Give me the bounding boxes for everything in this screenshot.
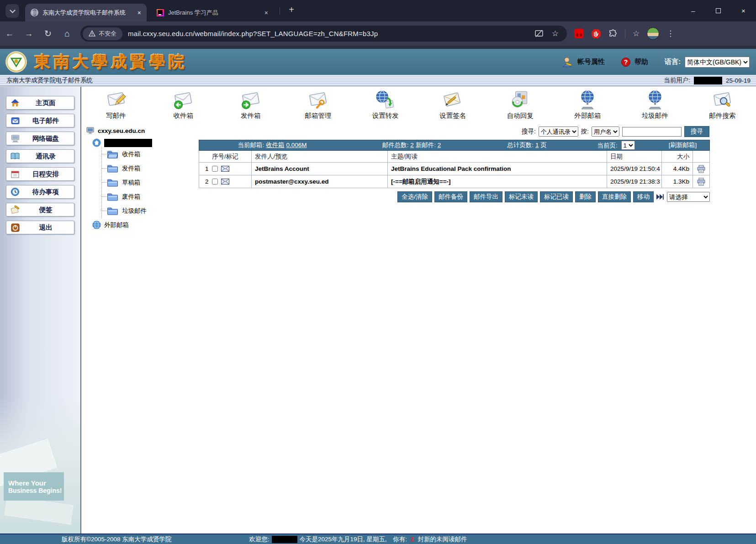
search-button[interactable]: 搜寻 (684, 126, 709, 137)
folder-open-icon (107, 150, 118, 158)
mark-unread-button[interactable]: 标记未读 (505, 191, 538, 202)
new-count-link[interactable]: 2 (438, 142, 441, 148)
stop-hand-extension-icon[interactable] (591, 29, 601, 39)
bookmarks-sparkle-icon[interactable]: ☆ (633, 29, 640, 38)
backup-button[interactable]: 邮件备份 (434, 191, 467, 202)
browser-menu-icon[interactable]: ⋮ (666, 29, 674, 38)
toolbar-outbox[interactable]: 发件箱 (217, 89, 285, 120)
close-window-button[interactable]: × (731, 7, 756, 15)
col-subject[interactable]: 主题/阅读 (388, 151, 607, 163)
main-content: 写邮件 收件箱 发件箱 邮箱管理 设置转发 设置签名 自动回复 外部邮箱 (82, 87, 756, 533)
unread-envelope-icon (221, 166, 229, 172)
folder-junk[interactable]: 垃圾邮件 (102, 204, 202, 218)
today-message: 今天是2025年九月19日, 星期五, 你有: (300, 535, 407, 544)
screen-share-off-icon[interactable] (534, 30, 544, 38)
close-icon[interactable]: × (137, 9, 141, 16)
mark-read-button[interactable]: 标记已读 (540, 191, 573, 202)
mail-list-header: 序号/标记 发件人/预览 主题/阅读 日期 大小 (199, 151, 710, 163)
row-checkbox[interactable] (212, 179, 218, 185)
mailbox-size-link[interactable]: 0.006M (286, 142, 307, 148)
refresh-mailbox-link[interactable]: [刷新邮箱] (669, 142, 697, 148)
print-icon[interactable] (697, 165, 706, 173)
toolbar-autoreply[interactable]: 自动回复 (486, 89, 554, 120)
account-properties-link[interactable]: 帐号属性 (577, 58, 605, 66)
toolbar-inbox[interactable]: 收件箱 (150, 89, 217, 120)
toolbar-mailbox-manage[interactable]: 邮箱管理 (285, 89, 352, 120)
sidebar-item-netdisk[interactable]: 网络磁盘 (6, 132, 74, 145)
sidebar-item-notes[interactable]: 便签 (6, 203, 74, 217)
mail-subject[interactable]: JetBrains Educational Pack confirmation (388, 163, 607, 175)
toolbar-label: 写邮件 (106, 111, 126, 120)
help-link[interactable]: 帮助 (634, 58, 648, 66)
profile-avatar[interactable] (647, 27, 659, 40)
extensions-puzzle-icon[interactable] (608, 29, 618, 38)
security-chip[interactable]: 不安全 (83, 27, 122, 40)
col-date[interactable]: 日期 (607, 151, 662, 163)
divider (625, 29, 625, 38)
redacted-username (694, 77, 722, 85)
export-button[interactable]: 邮件导出 (470, 191, 502, 202)
sidebar-item-schedule[interactable]: 日程安排 (6, 167, 74, 181)
tree-server[interactable]: cxxy.seu.edu.cn (86, 127, 202, 135)
mail-row: 1 JetBrains Account JetBrains Educationa… (199, 163, 710, 175)
email-icon (6, 116, 24, 125)
tree-external-mailbox[interactable]: 外部邮箱 (92, 221, 202, 229)
back-button[interactable]: ← (0, 29, 19, 39)
search-by-select[interactable]: 用户名 (592, 127, 619, 137)
print-icon[interactable] (697, 178, 706, 186)
mail-subject[interactable]: [-==邮箱启用通知==-] (388, 175, 607, 188)
toolbar-junk-mail[interactable]: 垃圾邮件 (621, 89, 689, 120)
adblock-extension-icon[interactable] (574, 29, 584, 38)
reload-button[interactable]: ↻ (38, 28, 58, 39)
search-scope-select[interactable]: 个人通讯录 (539, 127, 578, 137)
sidebar-item-logout[interactable]: 退出 (6, 221, 74, 234)
folder-drafts[interactable]: 草稿箱 (102, 175, 202, 190)
tab-jetbrains[interactable]: JetBrains 学习产品 × (151, 4, 274, 21)
language-select[interactable]: 简体中文(GB/GBK) (685, 57, 750, 68)
folder-outbox[interactable]: 发件箱 (102, 161, 202, 175)
delete-direct-button[interactable]: 直接删除 (598, 191, 631, 202)
url-text[interactable]: mail.cxxy.seu.edu.cn/webmail/index.php?S… (128, 30, 534, 37)
toolbar-external-mailbox[interactable]: 外部邮箱 (554, 89, 622, 120)
minimize-button[interactable]: – (681, 7, 706, 15)
outbox-icon (239, 89, 262, 111)
page-select[interactable]: 1 (621, 141, 635, 150)
mail-sender[interactable]: postmaster@cxxy.seu.ed (252, 175, 388, 188)
col-size[interactable]: 大小 (662, 151, 693, 163)
address-bar[interactable]: 不安全 mail.cxxy.seu.edu.cn/webmail/index.p… (80, 26, 567, 42)
tree-user-account[interactable] (92, 138, 202, 147)
move-button[interactable]: 移动 (633, 191, 654, 202)
sidebar-item-email[interactable]: 电子邮件 (6, 114, 74, 127)
tab-webmail[interactable]: 东南大学成贤学院电子邮件系统 × (25, 4, 147, 21)
col-sender[interactable]: 发件人/预览 (252, 151, 388, 163)
current-folder-link[interactable]: 收件箱 (266, 142, 285, 148)
forward-button[interactable]: → (19, 29, 38, 39)
computer-icon (86, 127, 95, 135)
sidebar-item-home[interactable]: 主页面 (6, 96, 74, 110)
folder-inbox[interactable]: 收件箱 (102, 147, 202, 161)
folder-label: 废件箱 (122, 193, 141, 201)
mail-sender[interactable]: JetBrains Account (252, 163, 388, 175)
total-count-link[interactable]: 2 (410, 142, 414, 148)
toolbar-compose[interactable]: 写邮件 (82, 89, 150, 120)
row-checkbox[interactable] (212, 166, 218, 172)
close-icon[interactable]: × (264, 9, 268, 16)
sidebar-item-contacts[interactable]: 通讯录 (6, 149, 74, 163)
home-button[interactable]: ⌂ (58, 29, 77, 39)
sidebar-item-todo[interactable]: 待办事项 (6, 185, 74, 199)
tab-search-button[interactable] (5, 4, 19, 18)
toolbar-forwarding[interactable]: 设置转发 (352, 89, 419, 120)
folder-trash[interactable]: 废件箱 (102, 190, 202, 204)
maximize-button[interactable] (706, 7, 731, 15)
delete-button[interactable]: 删除 (575, 191, 596, 202)
current-mailbox: 当前邮箱: 收件箱 0.006M (199, 141, 345, 149)
toolbar-mail-search[interactable]: 邮件搜索 (689, 89, 756, 120)
select-all-button[interactable]: 全选/清除 (397, 191, 432, 202)
pages-count-link[interactable]: 1 (535, 142, 539, 148)
bookmark-star-icon[interactable]: ☆ (552, 29, 559, 38)
new-tab-button[interactable]: + (285, 5, 298, 15)
toolbar-signature[interactable]: 设置签名 (419, 89, 487, 120)
folder-icon (107, 164, 118, 173)
search-input[interactable] (622, 127, 682, 137)
move-target-select[interactable]: 请选择 (667, 192, 710, 202)
